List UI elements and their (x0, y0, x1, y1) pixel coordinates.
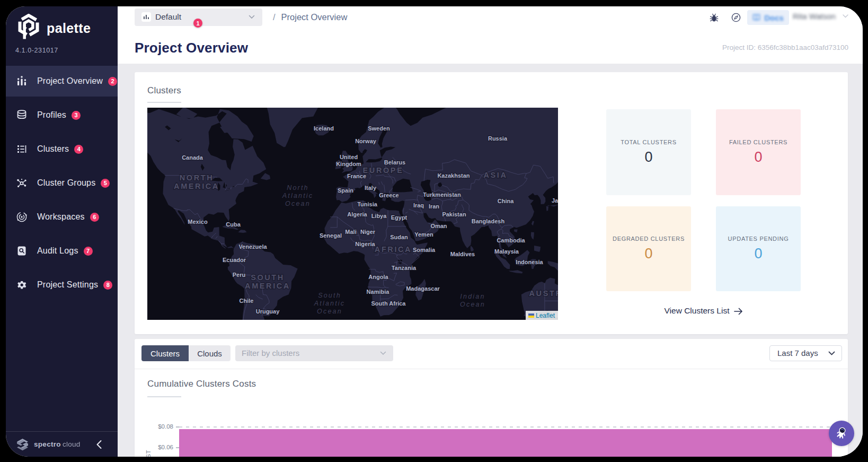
map-country-label: Mexico (188, 219, 208, 225)
map-country-label: Cambodia (497, 237, 525, 243)
map-country-label: Ecuador (223, 257, 246, 263)
chevron-down-icon (828, 351, 835, 356)
map-country-label: Greece (379, 192, 398, 198)
map-country-label: Angola (368, 274, 388, 280)
docs-button[interactable]: Docs (747, 10, 789, 25)
clusters-icon (15, 143, 28, 155)
cluster-stats: TOTAL CLUSTERS 0 FAILED CLUSTERS 0 DEGRA… (606, 109, 801, 291)
chart-gridline (179, 426, 832, 428)
map-ocean-label: Ocean (317, 308, 342, 315)
filter-placeholder: Filter by clusters (242, 348, 299, 358)
sidebar-footer: spectrocloud (6, 431, 118, 457)
map-country-label: Italy (365, 185, 377, 191)
chevron-down-icon (843, 14, 848, 18)
bug-report-icon[interactable] (710, 13, 719, 22)
astronaut-icon (836, 426, 847, 440)
app-window: palette 4.1.0-231017 Project Overview 2 (6, 6, 863, 457)
map-country-label: Iraq (413, 202, 424, 208)
map-country-label: Kazakhstan (437, 172, 470, 179)
filter-by-clusters-select[interactable]: Filter by clusters (235, 345, 393, 361)
map-ocean-label: Ocean (460, 301, 485, 308)
map-country-label: Chile (240, 298, 254, 304)
palette-logo-icon (17, 14, 40, 40)
map-country-label: Oman (430, 223, 447, 229)
spectro-cloud-wordmark: spectrocloud (34, 440, 81, 448)
sidebar: palette 4.1.0-231017 Project Overview 2 (6, 6, 118, 457)
tab-clouds[interactable]: Clouds (189, 345, 231, 361)
map-country-label: Uruguay (256, 308, 280, 315)
sidebar-item-project-overview[interactable]: Project Overview 2 (6, 66, 118, 97)
stat-label: UPDATES PENDING (728, 236, 789, 242)
map-country-label: South Africa (371, 300, 406, 307)
divider (135, 369, 848, 369)
title-underline (147, 396, 181, 397)
stat-value: 0 (644, 149, 652, 165)
compass-icon[interactable] (731, 13, 741, 22)
map-country-label: Venezuela (238, 243, 267, 250)
sidebar-item-label: Profiles (37, 110, 66, 120)
brand: palette (17, 14, 91, 40)
clusters-map[interactable]: NORTH AMERICA EUROPE ASIA AFRICA SOUTH A… (147, 108, 558, 320)
project-selector[interactable]: Default 1 (135, 8, 262, 26)
stat-failed-clusters: FAILED CLUSTERS 0 (716, 109, 801, 195)
stat-degraded-clusters: DEGRADED CLUSTERS 0 (606, 206, 691, 291)
sidebar-item-project-settings[interactable]: Project Settings 8 (6, 269, 118, 300)
project-id: Project ID: 6356fc38bb1aac03afd73100 (722, 43, 848, 51)
map-country-label: Namibia (367, 289, 390, 295)
map-ocean-label: Atlantic (282, 192, 314, 199)
sidebar-collapse-icon[interactable] (95, 439, 103, 450)
map-country-label: Iran (429, 203, 439, 210)
map-country-label: Yemen (414, 231, 433, 238)
project-selector-icon (141, 12, 151, 22)
docs-button-label: Docs (764, 13, 784, 22)
sidebar-item-profiles[interactable]: Profiles 3 (6, 100, 118, 130)
map-continent-label: AFRICA (375, 245, 412, 254)
map-ocean-label: North (287, 184, 309, 191)
map-continent-label: AUSTR (529, 289, 558, 298)
stat-updates-pending: UPDATES PENDING 0 (716, 206, 801, 291)
map-country-label: Tunisia (357, 201, 378, 207)
map-country-label: Ja (552, 197, 558, 204)
user-menu[interactable]: Rita Watson (793, 12, 848, 21)
sidebar-item-workspaces[interactable]: Workspaces 6 (6, 202, 118, 232)
tab-clusters[interactable]: Clusters (141, 345, 189, 361)
map-country-label: Niger (360, 229, 376, 235)
map-country-label: Malaysia (494, 248, 519, 255)
view-clusters-list-link[interactable]: View Clusters List (606, 306, 801, 316)
map-country-label: France (347, 173, 366, 179)
map-country-label: Egypt (391, 214, 408, 221)
y-tick-label: $0.08 (135, 423, 173, 430)
map-country-label: China (498, 198, 514, 204)
leaflet-attribution-label[interactable]: Leaflet (536, 312, 555, 319)
map-country-label: Turkmenistan (423, 191, 461, 198)
chevron-down-icon (380, 351, 386, 355)
world-map[interactable]: NORTH AMERICA EUROPE ASIA AFRICA SOUTH A… (147, 108, 558, 320)
sidebar-item-clusters[interactable]: Clusters 4 (6, 134, 118, 164)
map-country-label: Algeria (347, 211, 367, 217)
title-underline (147, 102, 181, 103)
sidebar-item-audit-logs[interactable]: Audit Logs 7 (6, 236, 118, 266)
date-range-select[interactable]: Last 7 days (769, 345, 842, 361)
main-area: Default 1 /Project Overview (118, 6, 863, 457)
map-country-label: Peru (233, 272, 245, 278)
sidebar-item-cluster-groups[interactable]: Cluster Groups 5 (6, 168, 118, 198)
map-country-label: Senegal (320, 232, 342, 239)
sidebar-item-label: Cluster Groups (37, 178, 95, 188)
assistant-fab-button[interactable] (829, 421, 854, 446)
map-country-label: Belarus (384, 159, 405, 165)
clusters-card: Clusters NORTH AMERICA EUROPE ASIA AFRIC… (135, 72, 848, 334)
workspaces-icon (15, 211, 28, 223)
chart-area-series (179, 429, 832, 457)
sidebar-item-label: Workspaces (37, 212, 85, 222)
map-country-label: Maldives (450, 251, 475, 257)
arrow-right-icon (734, 308, 743, 315)
chevron-down-icon (249, 15, 255, 19)
map-continent-label: ASIA (483, 171, 507, 179)
profiles-icon (15, 109, 28, 121)
map-country-label: Indonesia (516, 259, 543, 265)
map-ocean-label: South (318, 292, 341, 299)
map-attribution: Leaflet (526, 311, 558, 320)
map-country-label: Pakistan (442, 211, 466, 217)
sidebar-item-label: Audit Logs (37, 246, 78, 256)
breadcrumb-current[interactable]: Project Overview (281, 12, 348, 22)
